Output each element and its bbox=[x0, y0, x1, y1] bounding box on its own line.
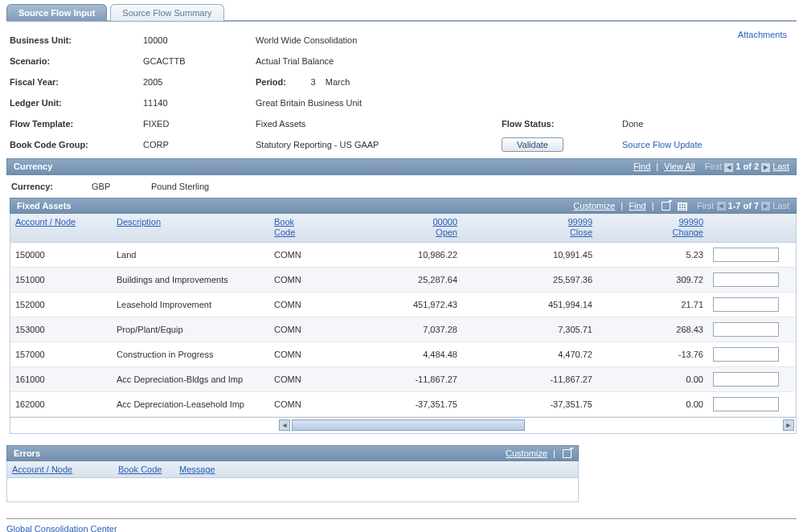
global-consolidation-center-link[interactable]: Global Consolidation Center bbox=[6, 524, 117, 532]
ledger-unit-desc: Great Britain Business Unit bbox=[256, 98, 797, 108]
errors-customize-link[interactable]: Customize bbox=[506, 448, 547, 458]
grid-prev-icon: ◄ bbox=[717, 202, 726, 211]
col-account[interactable]: Account / Node bbox=[10, 214, 112, 241]
flow-status-value: Done bbox=[622, 119, 643, 129]
hscroll-left-icon[interactable]: ◄ bbox=[279, 419, 290, 431]
cell-book-code: COMN bbox=[269, 395, 327, 414]
cell-change: 21.71 bbox=[597, 295, 708, 314]
grid-first-link: First bbox=[697, 201, 714, 211]
grid-range: 1-7 of 7 bbox=[728, 201, 760, 211]
cell-description: Prop/Plant/Equip bbox=[112, 320, 269, 339]
cell-open: 451,972.43 bbox=[327, 295, 462, 314]
tab-source-flow-summary[interactable]: Source Flow Summary bbox=[110, 4, 223, 21]
book-code-group-value: CORP bbox=[143, 140, 256, 149]
errors-col-account[interactable]: Account / Node bbox=[7, 461, 113, 477]
cell-input bbox=[708, 268, 784, 292]
grid-next-icon: ► bbox=[761, 202, 770, 211]
source-flow-update-link[interactable]: Source Flow Update bbox=[622, 140, 703, 149]
cell-open: -11,867.27 bbox=[327, 370, 462, 389]
cell-description: Acc Depreciation-Leasehold Imp bbox=[112, 395, 269, 414]
cell-close: 4,470.72 bbox=[462, 345, 597, 364]
cell-close: 7,305.71 bbox=[462, 320, 597, 339]
cell-close: 25,597.36 bbox=[462, 270, 597, 289]
cell-change: 5.23 bbox=[597, 245, 708, 264]
grid-view-icon[interactable] bbox=[678, 203, 687, 211]
col-book-code[interactable]: Book Code bbox=[269, 214, 327, 241]
cell-description: Buildings and Improvements bbox=[112, 270, 269, 289]
cell-open: -37,351.75 bbox=[327, 395, 462, 414]
cell-description: Acc Depreciation-Bldgs and Imp bbox=[112, 370, 269, 389]
errors-empty-row bbox=[6, 478, 579, 502]
table-row: 157000Construction in ProgressCOMN4,484.… bbox=[10, 342, 796, 367]
scenario-value: GCACTTB bbox=[143, 56, 256, 66]
currency-name: Pound Sterling bbox=[151, 182, 209, 191]
cell-close: -37,351.75 bbox=[462, 395, 597, 414]
row-input[interactable] bbox=[713, 297, 779, 312]
cell-input bbox=[708, 392, 784, 416]
cell-account: 153000 bbox=[10, 320, 112, 339]
cell-open: 4,484.48 bbox=[327, 345, 462, 364]
row-input[interactable] bbox=[713, 272, 779, 287]
table-row: 162000Acc Depreciation-Leasehold ImpCOMN… bbox=[10, 392, 796, 417]
errors-bar: Errors Customize | bbox=[6, 445, 579, 462]
col-open[interactable]: 00000 Open bbox=[327, 214, 462, 241]
currency-section-title: Currency bbox=[14, 162, 52, 171]
period-number: 3 bbox=[310, 77, 315, 87]
currency-last-link[interactable]: Last bbox=[772, 162, 789, 171]
business-unit-desc: World Wide Consolidation bbox=[256, 35, 797, 45]
grid-customize-link[interactable]: Customize bbox=[573, 201, 615, 211]
business-unit-label: Business Unit: bbox=[6, 35, 143, 45]
row-input[interactable] bbox=[713, 347, 779, 362]
table-row: 152000Leasehold ImprovementCOMN451,972.4… bbox=[10, 293, 796, 317]
col-close[interactable]: 99999 Close bbox=[462, 214, 597, 241]
cell-description: Land bbox=[112, 245, 269, 264]
col-change[interactable]: 99990 Change bbox=[597, 214, 708, 241]
col-description[interactable]: Description bbox=[112, 214, 269, 241]
tab-source-flow-input[interactable]: Source Flow Input bbox=[6, 4, 107, 21]
cell-change: 268.43 bbox=[597, 320, 708, 339]
currency-position: 1 of 2 bbox=[735, 162, 759, 171]
cell-change: 309.72 bbox=[597, 270, 708, 289]
flow-status-label: Flow Status: bbox=[502, 119, 554, 129]
errors-popout-icon[interactable] bbox=[563, 449, 572, 458]
cell-account: 161000 bbox=[10, 370, 112, 389]
row-input[interactable] bbox=[713, 248, 779, 262]
table-row: 161000Acc Depreciation-Bldgs and ImpCOMN… bbox=[10, 367, 796, 392]
row-input[interactable] bbox=[713, 322, 779, 337]
cell-change: 0.00 bbox=[597, 370, 708, 389]
errors-col-book-code[interactable]: Book Code bbox=[113, 461, 174, 477]
cell-book-code: COMN bbox=[269, 295, 327, 314]
grid-find-link[interactable]: Find bbox=[629, 201, 645, 211]
hscroll-thumb[interactable] bbox=[292, 419, 525, 431]
cell-account: 157000 bbox=[10, 345, 112, 364]
popout-icon[interactable] bbox=[662, 202, 670, 211]
cell-input bbox=[708, 317, 784, 342]
book-code-group-desc: Statutory Reporting - US GAAP bbox=[256, 140, 502, 149]
cell-description: Construction in Progress bbox=[112, 345, 269, 364]
errors-col-message[interactable]: Message bbox=[174, 461, 578, 477]
cell-change: -13.76 bbox=[597, 345, 708, 364]
validate-button[interactable]: Validate bbox=[502, 137, 563, 152]
cell-close: 10,991.45 bbox=[462, 245, 597, 264]
table-row: 153000Prop/Plant/EquipCOMN7,037.287,305.… bbox=[10, 317, 796, 342]
hscroll-right-icon[interactable]: ► bbox=[783, 419, 794, 431]
cell-book-code: COMN bbox=[269, 345, 327, 364]
ledger-unit-label: Ledger Unit: bbox=[6, 98, 143, 108]
errors-title: Errors bbox=[14, 448, 40, 458]
fiscal-year-label: Fiscal Year: bbox=[6, 77, 143, 87]
currency-viewall-link[interactable]: View All bbox=[664, 162, 694, 171]
currency-find-link[interactable]: Find bbox=[633, 162, 650, 171]
cell-book-code: COMN bbox=[269, 245, 327, 264]
flow-template-label: Flow Template: bbox=[6, 119, 143, 129]
period-label: Period: bbox=[256, 77, 286, 87]
currency-prev-icon[interactable]: ◄ bbox=[724, 163, 733, 172]
attachments-link[interactable]: Attachments bbox=[738, 30, 787, 39]
cell-change: 0.00 bbox=[597, 395, 708, 414]
cell-close: 451,994.14 bbox=[462, 295, 597, 314]
row-input[interactable] bbox=[713, 372, 779, 387]
currency-next-icon[interactable]: ► bbox=[761, 163, 770, 172]
cell-book-code: COMN bbox=[269, 270, 327, 289]
cell-input bbox=[708, 293, 784, 317]
row-input[interactable] bbox=[713, 397, 779, 411]
flow-template-value: FIXED bbox=[143, 119, 256, 129]
